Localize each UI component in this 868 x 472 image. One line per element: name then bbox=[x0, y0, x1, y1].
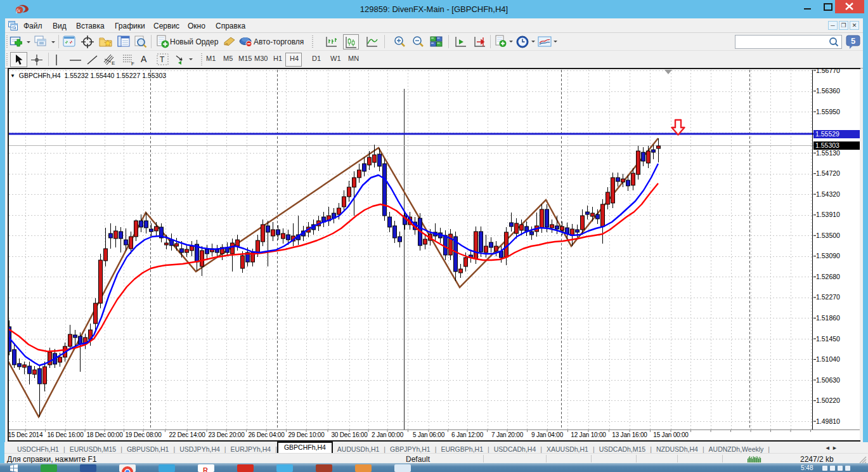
svg-text:T: T bbox=[160, 55, 165, 64]
svg-text:E: E bbox=[112, 60, 115, 66]
svg-text:F: F bbox=[131, 61, 134, 66]
svg-text:R: R bbox=[203, 466, 208, 472]
svg-text:5: 5 bbox=[851, 36, 855, 46]
